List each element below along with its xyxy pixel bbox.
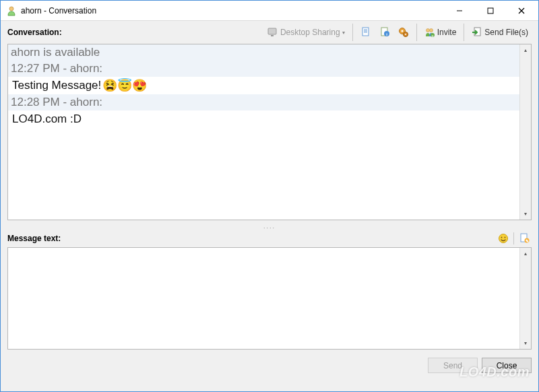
conversation-window: ahorn - Conversation Conversation: Deskt… [0, 0, 539, 392]
monitor-icon [267, 27, 278, 38]
maximize-button[interactable] [475, 1, 506, 20]
svg-point-18 [426, 29, 429, 32]
status-line: ahorn is available [8, 44, 519, 61]
svg-point-25 [505, 237, 506, 238]
vertical-scrollbar[interactable]: ▴ ▾ [519, 44, 531, 220]
emoji-group: 😫😇😍 [102, 79, 147, 92]
separator [513, 232, 514, 244]
scroll-up-arrow[interactable]: ▴ [520, 44, 531, 56]
settings-button[interactable] [395, 26, 412, 39]
conversation-log[interactable]: ahorn is available 12:27 PM - ahorn: Tes… [8, 44, 519, 220]
splitter-handle[interactable]: .... [1, 223, 538, 231]
send-files-button[interactable]: Send File(s) [468, 26, 532, 39]
svg-rect-6 [271, 35, 274, 36]
gear-icon [398, 27, 409, 38]
send-files-label: Send File(s) [484, 28, 528, 37]
invite-icon: + [424, 27, 435, 38]
bottom-bar: Send Close [1, 354, 538, 379]
vertical-scrollbar[interactable]: ▴ ▾ [519, 248, 531, 349]
send-button[interactable]: Send [428, 358, 478, 373]
scroll-track[interactable] [520, 259, 531, 337]
svg-rect-5 [268, 28, 276, 34]
separator [352, 24, 353, 41]
scroll-down-arrow[interactable]: ▾ [520, 208, 531, 220]
new-document-icon: ✎ [519, 233, 530, 244]
invite-button[interactable]: + Invite [421, 26, 460, 39]
svg-text:+: + [431, 34, 434, 38]
svg-point-17 [405, 34, 406, 35]
svg-point-23 [499, 234, 508, 243]
user-icon [6, 5, 17, 16]
invite-label: Invite [437, 28, 457, 37]
scroll-up-arrow[interactable]: ▴ [520, 248, 531, 259]
message-input[interactable] [8, 248, 519, 349]
close-button[interactable]: Close [482, 358, 532, 373]
window-title: ahorn - Conversation [6, 5, 444, 16]
svg-text:✎: ✎ [526, 239, 529, 243]
desktop-sharing-label: Desktop Sharing [280, 28, 340, 37]
smiley-icon [498, 233, 509, 244]
message-input-area: ▴ ▾ [7, 247, 532, 350]
message-text-content: LO4D.com :D [12, 112, 82, 126]
info-icon: i [379, 27, 390, 38]
svg-rect-7 [362, 28, 369, 36]
svg-point-19 [429, 29, 433, 32]
toolbar: Conversation: Desktop Sharing ▾ i [1, 21, 538, 44]
message-text: LO4D.com :D [8, 110, 519, 128]
svg-point-0 [9, 7, 13, 11]
separator [464, 24, 464, 41]
separator [416, 24, 417, 41]
input-toolbar: Message text: ✎ [1, 231, 538, 246]
svg-point-24 [501, 237, 503, 238]
conversation-label: Conversation: [7, 28, 62, 37]
message-text: Testing Message! 😫😇😍 [8, 77, 519, 94]
info-button[interactable]: i [376, 26, 393, 39]
attach-button[interactable]: ✎ [517, 232, 532, 245]
message-timestamp: 12:27 PM - ahorn: [8, 61, 519, 77]
message-timestamp: 12:28 PM - ahorn: [8, 94, 519, 110]
minimize-button[interactable] [444, 1, 475, 20]
toolbar-buttons: Desktop Sharing ▾ i [264, 24, 532, 41]
desktop-sharing-button[interactable]: Desktop Sharing ▾ [264, 26, 348, 39]
titlebar: ahorn - Conversation [1, 1, 538, 21]
emoji-button[interactable] [496, 232, 511, 245]
chevron-down-icon: ▾ [342, 30, 345, 36]
copy-button[interactable] [357, 26, 375, 39]
scroll-down-arrow[interactable]: ▾ [520, 337, 531, 349]
close-window-button[interactable] [506, 1, 537, 20]
message-text-content: Testing Message! [12, 79, 101, 92]
message-text-label: Message text: [7, 234, 61, 243]
conversation-area: ahorn is available 12:27 PM - ahorn: Tes… [7, 44, 532, 220]
scroll-track[interactable] [520, 56, 531, 208]
svg-point-15 [401, 30, 403, 32]
window-title-text: ahorn - Conversation [21, 6, 96, 15]
document-icon [360, 27, 371, 38]
send-file-icon [472, 27, 482, 38]
svg-rect-2 [488, 8, 493, 13]
